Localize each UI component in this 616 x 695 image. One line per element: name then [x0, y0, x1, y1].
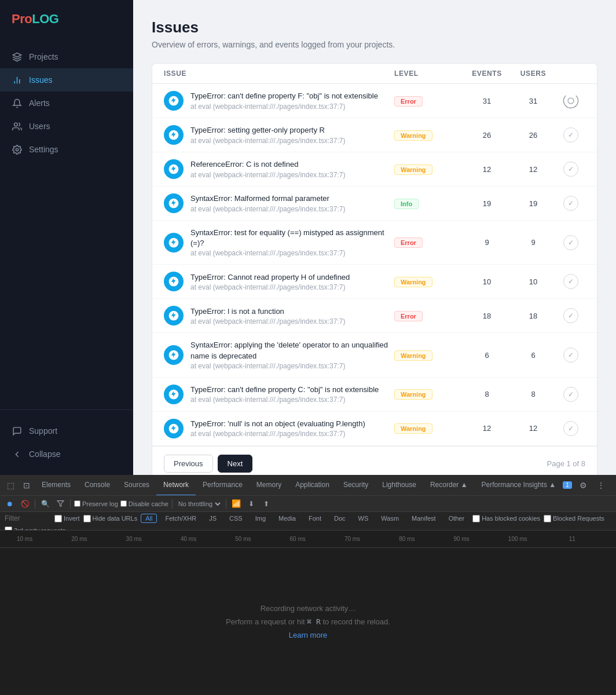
issue-title: TypeError: can't define property F: "obj…: [190, 91, 378, 101]
action-check[interactable]: ✓: [563, 387, 578, 402]
devtools-more-icon[interactable]: ⋮: [593, 477, 609, 493]
action-check[interactable]: ✓: [563, 196, 578, 211]
filter-doc[interactable]: Doc: [329, 514, 350, 523]
network-recording-text: Recording network activity…: [261, 604, 356, 613]
tab-recorder[interactable]: Recorder ▲: [423, 475, 475, 496]
tab-network[interactable]: Network: [156, 475, 196, 496]
wifi-icon[interactable]: 📶: [230, 498, 243, 510]
blocked-requests-checkbox[interactable]: Blocked Requests: [544, 515, 604, 522]
timeline-label: 80 ms: [399, 536, 415, 542]
table-row[interactable]: ReferenceError: C is not defined at eval…: [152, 152, 597, 186]
table-row[interactable]: TypeError: l is not a function at eval (…: [152, 299, 597, 333]
table-row[interactable]: TypeError: Cannot read property H of und…: [152, 265, 597, 299]
filter-ws[interactable]: WS: [354, 514, 373, 523]
timeline-labels: 10 ms 20 ms 30 ms 40 ms 50 ms 60 ms 70 m…: [5, 533, 611, 545]
devtools-pointer-icon[interactable]: ⬚: [2, 477, 19, 493]
search-icon[interactable]: 🔍: [39, 498, 52, 510]
sidebar-item-issues[interactable]: Issues: [0, 68, 133, 92]
upload-icon[interactable]: ⬆: [260, 498, 273, 510]
tab-memory[interactable]: Memory: [250, 475, 288, 496]
timeline-label: 90 ms: [454, 536, 470, 542]
tab-performance[interactable]: Performance: [196, 475, 250, 496]
filter-css[interactable]: CSS: [225, 514, 247, 523]
invert-checkbox[interactable]: Invert: [54, 515, 80, 522]
filter-all[interactable]: All: [141, 514, 157, 523]
issue-icon: [164, 159, 184, 179]
level-cell: Error: [394, 96, 464, 107]
tab-lighthouse[interactable]: Lighthouse: [375, 475, 423, 496]
filter-fetch-xhr[interactable]: Fetch/XHR: [160, 514, 201, 523]
tab-security[interactable]: Security: [336, 475, 375, 496]
users-count: 26: [510, 131, 556, 140]
sidebar-item-users[interactable]: Users: [0, 115, 133, 138]
table-row[interactable]: SyntaxError: applying the 'delete' opera…: [152, 333, 597, 377]
previous-button[interactable]: Previous: [164, 455, 213, 473]
filter-font[interactable]: Font: [304, 514, 326, 523]
sidebar-bottom: Support Collapse: [0, 409, 133, 475]
filter-manifest[interactable]: Manifest: [407, 514, 441, 523]
filter-other[interactable]: Other: [444, 514, 470, 523]
level-badge: Error: [394, 237, 423, 248]
col-events: Events: [464, 70, 510, 78]
record-icon[interactable]: ⏺: [3, 498, 16, 510]
learn-more-link[interactable]: Learn more: [289, 631, 327, 639]
action-check[interactable]: ✓: [563, 274, 578, 289]
table-row[interactable]: TypeError: can't define property F: "obj…: [152, 84, 597, 118]
filter-media[interactable]: Media: [274, 514, 300, 523]
download-icon[interactable]: ⬇: [245, 498, 258, 510]
clear-icon[interactable]: 🚫: [19, 498, 31, 510]
sidebar-item-alerts[interactable]: Alerts: [0, 92, 133, 115]
table-row[interactable]: TypeError: setting getter-only property …: [152, 118, 597, 152]
devtools-close-icon[interactable]: ✕: [610, 477, 616, 493]
table-row[interactable]: SyntaxError: Malformed formal parameter …: [152, 186, 597, 221]
sidebar-item-settings[interactable]: Settings: [0, 138, 133, 161]
next-button[interactable]: Next: [218, 455, 253, 473]
table-row[interactable]: TypeError: can't define property C: "obj…: [152, 378, 597, 412]
filter-icon[interactable]: [54, 498, 67, 510]
action-check[interactable]: ✓: [563, 308, 578, 323]
sidebar: ProLOG Projects: [0, 0, 133, 475]
issue-icon: [164, 233, 184, 253]
blocked-cookies-checkbox[interactable]: Has blocked cookies: [472, 515, 540, 522]
action-cell: ✓: [556, 387, 585, 402]
tab-perf-insights[interactable]: Performance Insights ▲: [475, 475, 563, 496]
action-check[interactable]: ✓: [563, 421, 578, 436]
tab-application[interactable]: Application: [288, 475, 336, 496]
sidebar-item-collapse[interactable]: Collapse: [0, 442, 133, 466]
tab-sources[interactable]: Sources: [117, 475, 156, 496]
throttle-select[interactable]: No throttling Fast 3G Slow 3G: [176, 500, 222, 508]
preserve-log-checkbox[interactable]: Preserve log: [74, 500, 118, 507]
table-row[interactable]: SyntaxError: test for equality (==) mist…: [152, 221, 597, 265]
filter-js[interactable]: JS: [204, 514, 221, 523]
issue-cell: SyntaxError: Malformed formal parameter …: [164, 193, 394, 213]
issue-location: at eval (webpack-internal:///./pages/ind…: [190, 249, 394, 257]
action-check[interactable]: ✓: [563, 127, 578, 142]
hide-data-urls-checkbox[interactable]: Hide data URLs: [83, 515, 138, 522]
issue-location: at eval (webpack-internal:///./pages/ind…: [190, 396, 379, 404]
issue-title: TypeError: Cannot read property H of und…: [190, 272, 350, 283]
sidebar-item-projects[interactable]: Projects: [0, 45, 133, 68]
events-count: 6: [464, 351, 510, 360]
devtools-mobile-icon[interactable]: ⊡: [19, 477, 35, 493]
tab-console[interactable]: Console: [78, 475, 117, 496]
action-loading[interactable]: [563, 93, 578, 108]
issue-title: SyntaxError: Malformed formal parameter: [190, 193, 345, 204]
page-subtitle: Overview of errors, warnings, and events…: [152, 40, 597, 49]
devtools-settings-icon[interactable]: ⚙: [575, 477, 592, 493]
filter-input[interactable]: [5, 514, 51, 522]
action-check[interactable]: ✓: [563, 348, 578, 363]
sidebar-item-support[interactable]: Support: [0, 419, 133, 442]
issue-text: SyntaxError: Malformed formal parameter …: [190, 193, 345, 213]
svg-point-6: [568, 98, 574, 104]
tab-elements[interactable]: Elements: [35, 475, 78, 496]
level-cell: Info: [394, 198, 464, 209]
issue-location: at eval (webpack-internal:///./pages/ind…: [190, 137, 345, 145]
action-check[interactable]: ✓: [563, 162, 578, 177]
filter-img[interactable]: Img: [251, 514, 270, 523]
disable-cache-checkbox[interactable]: Disable cache: [120, 500, 168, 507]
action-cell: ✓: [556, 274, 585, 289]
third-party-checkbox[interactable]: 3rd-party requests: [5, 526, 65, 531]
action-check[interactable]: ✓: [563, 235, 578, 250]
table-row[interactable]: TypeError: 'null' is not an object (eval…: [152, 412, 597, 446]
filter-wasm[interactable]: Wasm: [376, 514, 404, 523]
